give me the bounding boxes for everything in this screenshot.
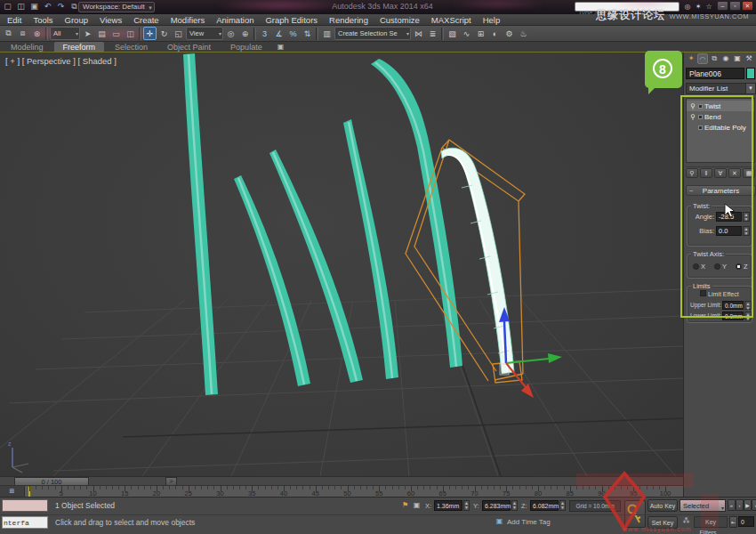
lower-limit-field[interactable]: 0.0mm — [722, 312, 744, 320]
current-frame-field[interactable]: 0 — [738, 516, 754, 527]
command-panel-tab-icon[interactable]: ▣ — [732, 53, 743, 64]
perspective-viewport[interactable]: [ + ] [ Perspective ] [ Shaded ] — [0, 53, 683, 476]
blade-3[interactable] — [269, 150, 363, 383]
toolbar-item[interactable]: ◱ — [172, 27, 185, 40]
set-key-button[interactable]: Set Key — [647, 516, 678, 529]
modifier-stack-row[interactable]: ⚲ Editable Poly — [687, 122, 754, 133]
command-panel-tab-icon[interactable]: ✦ — [686, 53, 696, 64]
upper-limit-spinner[interactable]: ▲▼ — [744, 301, 752, 310]
menu-item[interactable]: Views — [100, 15, 122, 25]
x-coord-field[interactable]: 1.36mm — [434, 500, 462, 511]
infocenter-icon[interactable]: ☆ — [704, 2, 713, 12]
menu-item[interactable]: Tools — [33, 15, 52, 25]
modifier-stack-row[interactable]: ⚲ Twist — [687, 101, 754, 111]
auto-key-button[interactable]: Auto Key — [647, 499, 678, 512]
maxscript-listener-white[interactable]: nterfa — [2, 516, 48, 529]
menu-item[interactable]: Group — [65, 15, 88, 25]
toolbar-item[interactable] — [45, 28, 48, 40]
toolbar-item[interactable]: ⧉ — [2, 27, 15, 40]
command-panel-tab-icon[interactable]: ◠ — [697, 53, 708, 64]
ribbon-tab[interactable]: Freeform — [54, 42, 105, 52]
toolbar-item[interactable]: ⋈ — [412, 27, 425, 40]
bias-field[interactable]: 0.0 — [716, 226, 742, 236]
toolbar-item[interactable]: ◎ — [224, 27, 237, 40]
infocenter-icon[interactable]: ✶ — [694, 2, 703, 12]
toolbar-item[interactable] — [316, 28, 318, 40]
key-mode-toggle[interactable]: ⇤ — [729, 516, 737, 528]
toolbar-item[interactable] — [139, 28, 141, 40]
z-coord-spinner[interactable]: ▲▼ — [559, 500, 566, 511]
toolbar-item[interactable]: ◐ — [488, 27, 502, 40]
playback-button[interactable]: ‹ — [736, 499, 744, 511]
selection-set-dropdown[interactable]: Selected — [680, 499, 726, 512]
toolbar-item[interactable]: ◫ — [124, 27, 137, 40]
window-control-button[interactable]: ✕ — [742, 1, 753, 11]
axis-radio[interactable]: X — [693, 263, 705, 271]
stack-toolbar-button[interactable]: ▦ — [743, 168, 755, 178]
trackbar-mini-icon[interactable]: ⊞ — [0, 486, 25, 497]
lower-limit-spinner[interactable]: ▲▼ — [744, 312, 752, 320]
add-time-tag[interactable]: Add Time Tag — [507, 518, 551, 526]
ruler[interactable]: ⊞ 51015202530354045505560657075808590951… — [0, 485, 683, 497]
angle-spinner[interactable]: ▲▼ — [743, 212, 750, 222]
ribbon-tab[interactable]: Selection — [106, 42, 157, 52]
quick-access-icon[interactable]: ▣ — [28, 1, 40, 12]
menu-item[interactable]: Graph Editors — [265, 15, 318, 25]
lightbulb-icon[interactable]: ⚲ — [690, 113, 696, 121]
toolbar-item[interactable]: ✛ — [143, 27, 157, 40]
toolbar-item[interactable]: ⊕ — [238, 27, 252, 40]
quick-access-icon[interactable]: ◫ — [15, 1, 27, 12]
key-filters-button[interactable]: Key Filters... — [694, 516, 728, 528]
stack-toolbar-button[interactable]: ⚲ — [686, 168, 698, 178]
quick-access-icon[interactable]: ↶ — [42, 1, 53, 12]
command-panel-tab-icon[interactable]: ⧉ — [709, 53, 720, 64]
angle-field[interactable]: -28.5 — [716, 212, 742, 222]
toolbar-item[interactable]: ↻ — [157, 27, 171, 40]
infocenter-icon[interactable]: ◎ — [683, 2, 692, 12]
y-coord-spinner[interactable]: ▲▼ — [511, 500, 518, 511]
x-coord-spinner[interactable]: ▲▼ — [463, 500, 470, 511]
command-panel-tab-icon[interactable]: ◉ — [720, 53, 731, 64]
menu-item[interactable]: Rendering — [329, 15, 368, 25]
toolbar-item[interactable]: 3 — [258, 27, 271, 40]
isolate-selection-icon[interactable]: ⚑ — [400, 500, 410, 511]
object-color-swatch[interactable] — [746, 68, 755, 79]
upper-limit-field[interactable]: 0.0mm — [722, 301, 744, 310]
toolbar-item[interactable]: ⊗ — [30, 27, 44, 40]
toolbar-item[interactable]: ▭ — [109, 27, 123, 40]
stack-toolbar-button[interactable]: ‖ — [700, 168, 712, 178]
menu-item[interactable]: Create — [133, 15, 159, 25]
y-coord-field[interactable]: 6.283mm — [482, 500, 511, 511]
playback-button[interactable]: ▶ — [744, 499, 752, 511]
lock-selection-icon[interactable]: ▣ — [412, 500, 422, 511]
limit-effect-checkbox[interactable] — [700, 290, 706, 296]
toolbar-item[interactable]: ∡ — [272, 27, 286, 40]
ribbon-tab[interactable]: Modeling — [2, 42, 52, 52]
toolbar-item[interactable]: ⊞ — [474, 27, 487, 40]
command-panel-tab-icon[interactable]: ⚒ — [744, 53, 754, 64]
toolbar-item[interactable] — [441, 28, 444, 40]
stack-toolbar-button[interactable]: ✕ — [728, 168, 741, 178]
toolbar-item[interactable]: ▥ — [320, 27, 334, 40]
quick-access-icon[interactable]: ▢ — [2, 1, 13, 12]
toolbar-item[interactable]: ≣ — [426, 27, 439, 40]
axis-radio[interactable]: Y — [714, 263, 727, 271]
viewport-label[interactable]: [ + ] [ Perspective ] [ Shaded ] — [5, 56, 117, 66]
menu-item[interactable]: Help — [483, 15, 501, 25]
toolbar-item[interactable]: ▤ — [95, 27, 109, 40]
quick-access-icon[interactable]: ↷ — [55, 1, 67, 12]
toolbar-item[interactable]: ♨ — [517, 27, 530, 40]
modifier-list-caret-icon[interactable]: ▼ — [745, 84, 755, 93]
modifier-list-dropdown[interactable]: Modifier List ▼ — [686, 83, 756, 94]
window-control-button[interactable]: ▫ — [729, 1, 741, 11]
toolbar-item[interactable]: View — [186, 27, 223, 40]
ribbon-tab[interactable]: Object Paint — [158, 42, 220, 52]
playback-button[interactable]: › — [752, 499, 756, 511]
modifier-stack-row[interactable]: ⚲ Bend — [687, 111, 754, 122]
toolbar-item[interactable]: ∿ — [460, 27, 473, 40]
menu-item[interactable]: MAXScript — [431, 15, 471, 25]
toolbar-item[interactable]: % — [286, 27, 300, 40]
object-name-field[interactable]: Plane006 — [686, 68, 744, 79]
workspace-dropdown[interactable]: Workspace: Default — [78, 2, 155, 12]
toolbar-item[interactable]: ⧈ — [16, 27, 29, 40]
